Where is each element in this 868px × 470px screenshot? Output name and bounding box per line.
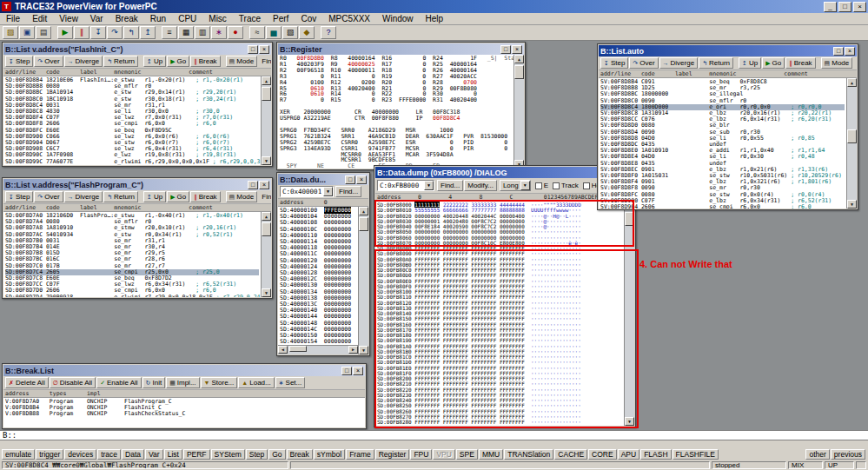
close-icon[interactable]: × [353,367,363,375]
step-over-button[interactable]: ↷Over [629,57,658,69]
delete-all-button[interactable]: ✗Delete All [5,377,49,388]
softkey-fpu[interactable]: FPU [410,449,432,460]
menu-misc[interactable]: Misc [202,13,233,25]
chevron-down-icon[interactable]: ▼ [323,187,333,196]
up-button[interactable]: ↥Up [143,56,166,67]
asm-line[interactable]: SV:00F8D904 2606 se_cmpi r6,0x0 ; r6,0 [600,204,845,209]
find-button[interactable]: Find... [437,180,463,191]
scrollbar-track[interactable] [514,63,524,160]
return-button[interactable]: ↰Return [103,191,138,202]
find-button[interactable]: Find... [335,186,361,197]
softkey-flashfile[interactable]: FLASHFILE [673,449,719,460]
vertical-scrollbar[interactable]: ▲▼ [358,207,368,354]
menu-perf[interactable]: Perf [267,13,295,25]
scrollbar-thumb[interactable] [625,212,634,226]
menu-window[interactable]: Window [376,13,420,25]
vertical-scrollbar[interactable]: ▲▼ [846,78,857,209]
step-over-button[interactable]: ↷Over [34,191,63,202]
mode-button[interactable]: ▤Mode [226,191,258,202]
softkey-apu[interactable]: APU [618,449,639,460]
up-button[interactable]: ↥Up [143,191,166,202]
chevron-down-icon[interactable]: ▼ [424,181,434,190]
window-titlebar[interactable]: B::List v.address("FlashInit_C") □ × [3,43,271,55]
menu-var[interactable]: Var [84,13,109,25]
dump-line[interactable]: SD:00FB8280 FFFFFFFF FFFFFFFF FFFFFFFF F… [377,420,622,425]
window-restore-button[interactable]: □ [500,45,511,54]
window-titlebar[interactable]: B::Register □ × [278,43,524,55]
breakpoint-list-icon[interactable]: ● [228,26,243,39]
e-checkbox[interactable]: E [535,182,548,189]
close-icon[interactable]: × [845,47,855,56]
scrollbar-thumb[interactable] [847,129,857,143]
softkey-system[interactable]: SYStem [211,449,245,460]
step-over-icon[interactable]: ↷ [107,26,123,39]
vertical-scrollbar[interactable]: ▲▼ [514,55,524,169]
maximize-button[interactable]: □ [838,2,851,12]
scrollbar-track[interactable] [625,210,634,417]
scrollbar-track[interactable] [847,87,857,200]
mode-button[interactable]: ▤Mode [226,56,258,67]
softkey-go[interactable]: Go [268,449,285,460]
menu-cov[interactable]: Cov [295,13,322,25]
window-titlebar[interactable]: B::List v.address("FlashProgram_C") □ × [3,179,271,190]
softkey-frame[interactable]: Frame [346,449,374,460]
break-button[interactable]: ∥Break [190,191,220,202]
menu-file[interactable]: File [0,13,26,25]
scroll-down-icon[interactable]: ▼ [262,156,271,165]
window-restore-button[interactable]: □ [345,175,355,184]
register-line[interactable]: USPRG0 A32219AE CTR 00F8F880 IP 00F8D8C4 [280,116,512,122]
scroll-down-icon[interactable]: ▼ [625,417,634,426]
softkey-devices[interactable]: devices [64,449,96,460]
scroll-up-icon[interactable]: ▲ [847,78,857,87]
scroll-down-icon[interactable]: ▼ [262,288,271,297]
softkey-list[interactable]: List [164,449,182,460]
scrollbar-thumb[interactable] [289,346,307,352]
store-button[interactable]: ▼Store... [201,377,238,388]
command-line[interactable]: B:: [0,430,868,440]
address-combo[interactable]: C:0xFB8000▼ [377,180,434,191]
performance-icon[interactable]: ▅ [266,26,282,39]
break-button[interactable]: ∥Break [785,57,815,69]
softkey-spe[interactable]: SPE [456,449,478,460]
menu-run[interactable]: Run [144,13,172,25]
vertical-scrollbar[interactable]: ▲▼ [261,76,271,165]
modify-button[interactable]: Modify... [464,180,497,191]
go-button[interactable]: ▶Go [167,191,189,202]
menu-help[interactable]: Help [420,13,450,25]
mmu-icon[interactable]: ▧ [282,26,298,39]
softkey-emulate[interactable]: emulate [2,449,35,460]
window-restore-button[interactable]: □ [248,181,258,189]
softkey-mmu[interactable]: MMU [479,449,503,460]
track-checkbox[interactable]: Track [553,182,579,189]
breakpoint-row[interactable]: V:00F8DB88 Program ONCHIP FlashCheckStat… [5,411,353,417]
diverge-button[interactable]: →Diverge [659,57,699,69]
enable-all-button[interactable]: ✓Enable All [96,377,141,388]
go-button[interactable]: ▶Go [167,56,189,67]
go-button[interactable]: ▶Go [762,57,785,69]
address-combo[interactable]: C:0x40000100▼ [280,186,334,197]
step-icon[interactable]: ↧ [90,26,106,39]
register-line[interactable]: R7 0 R15 0 R23 FFFE0000 R31 40020400 [280,97,512,103]
step-return-icon[interactable]: ↰ [123,26,139,39]
register-window-icon[interactable]: ▥ [195,26,210,39]
close-icon[interactable]: × [259,181,269,189]
scroll-down-icon[interactable]: ▼ [359,346,368,354]
scroll-up-icon[interactable]: ▲ [262,76,271,85]
close-icon[interactable]: × [259,45,269,54]
diverge-button[interactable]: →Diverge [64,191,103,202]
diverge-button[interactable]: →Diverge [64,56,103,67]
minimize-button[interactable]: _ [824,2,837,12]
step-up-icon[interactable]: ↥ [140,26,156,39]
break-icon[interactable]: ∥ [74,26,89,39]
menu-view[interactable]: View [53,13,84,25]
menu-mpc5xxx[interactable]: MPC5XXX [322,13,376,25]
return-button[interactable]: ↰Return [103,56,138,67]
softkey-trigger[interactable]: trigger [36,449,63,460]
softkey-perf[interactable]: PERF [183,449,210,460]
scroll-up-icon[interactable]: ▲ [514,55,524,63]
vertical-scrollbar[interactable]: ▲▼ [624,202,634,426]
up-button[interactable]: ↥Up [739,57,761,69]
scrollbar-thumb[interactable] [514,65,524,79]
print-icon[interactable]: ▤ [36,26,51,39]
window-titlebar[interactable]: B::Data.du... □ × [278,174,368,185]
